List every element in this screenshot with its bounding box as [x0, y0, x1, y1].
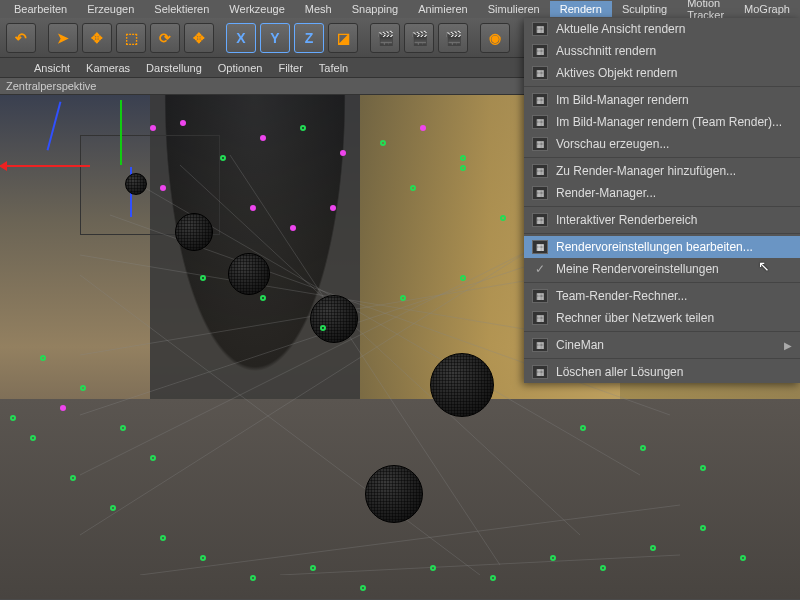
- tracker-point: [310, 565, 316, 571]
- tracker-point: [150, 125, 156, 131]
- dd-item-aktives-objekt-rendern[interactable]: ▦Aktives Objekt rendern: [524, 62, 800, 84]
- dd-item-vorschau-erzeugen-[interactable]: ▦Vorschau erzeugen...: [524, 133, 800, 155]
- dd-item-rendervoreinstellungen-bearbei[interactable]: ▦Rendervoreinstellungen bearbeiten...: [524, 236, 800, 258]
- menu-erzeugen[interactable]: Erzeugen: [77, 1, 144, 17]
- scale-tool[interactable]: ⬚: [116, 23, 146, 53]
- tracker-point: [260, 295, 266, 301]
- dd-item-meine-rendervoreinstellungen[interactable]: ✓Meine Rendervoreinstellungen: [524, 258, 800, 280]
- tracker-point: [400, 295, 406, 301]
- dd-item-zu-render-manager-hinzuf-gen-[interactable]: ▦Zu Render-Manager hinzufügen...: [524, 160, 800, 182]
- rotate-tool[interactable]: ⟳: [150, 23, 180, 53]
- dd-label: Ausschnitt rendern: [556, 44, 656, 58]
- tracker-point: [110, 505, 116, 511]
- render-icon: ▦: [532, 44, 548, 58]
- tracker-point: [340, 150, 346, 156]
- delete-icon: ▦: [532, 365, 548, 379]
- preview-icon: ▦: [532, 137, 548, 151]
- tracker-point: [70, 475, 76, 481]
- dd-label: CineMan: [556, 338, 604, 352]
- render-icon: ▦: [532, 164, 548, 178]
- menu-mesh[interactable]: Mesh: [295, 1, 342, 17]
- render-icon: ▦: [532, 66, 548, 80]
- dd-item-l-schen-aller-l-sungen[interactable]: ▦Löschen aller Lösungen: [524, 361, 800, 383]
- sphere-object[interactable]: [310, 295, 358, 343]
- dd-item-rechner-ber-netzwerk-teilen[interactable]: ▦Rechner über Netzwerk teilen: [524, 307, 800, 329]
- render-icon: ▦: [532, 93, 548, 107]
- tracker-point: [700, 525, 706, 531]
- tracker-point: [420, 125, 426, 131]
- tracker-point: [250, 575, 256, 581]
- axis-z-toggle[interactable]: Z: [294, 23, 324, 53]
- undo-button[interactable]: ↶: [6, 23, 36, 53]
- dd-item-aktuelle-ansicht-rendern[interactable]: ▦Aktuelle Ansicht rendern: [524, 18, 800, 40]
- menu-rendern[interactable]: Rendern: [550, 1, 612, 17]
- sphere-object[interactable]: [365, 465, 423, 523]
- axis-y-toggle[interactable]: Y: [260, 23, 290, 53]
- tracker-point: [490, 575, 496, 581]
- menu-simulieren[interactable]: Simulieren: [478, 1, 550, 17]
- dd-label: Aktuelle Ansicht rendern: [556, 22, 685, 36]
- view-menu-filter[interactable]: Filter: [278, 62, 302, 74]
- menu-snapping[interactable]: Snapping: [342, 1, 409, 17]
- render-pv-button[interactable]: 🎬: [404, 23, 434, 53]
- dd-label: Im Bild-Manager rendern (Team Render)...: [556, 115, 782, 129]
- svg-line-5: [80, 275, 480, 575]
- sphere-object[interactable]: [125, 173, 147, 195]
- dd-label: Rendervoreinstellungen bearbeiten...: [556, 240, 753, 254]
- sphere-object[interactable]: [228, 253, 270, 295]
- tracker-point: [200, 275, 206, 281]
- view-menu-kameras[interactable]: Kameras: [86, 62, 130, 74]
- tracker-point: [200, 555, 206, 561]
- tracker-point: [410, 185, 416, 191]
- menu-sculpting[interactable]: Sculpting: [612, 1, 677, 17]
- sphere-object[interactable]: [430, 353, 494, 417]
- tracker-point: [10, 415, 16, 421]
- render-icon: ▦: [532, 115, 548, 129]
- coord-system[interactable]: ◪: [328, 23, 358, 53]
- render-settings-button[interactable]: 🎬: [438, 23, 468, 53]
- sphere-object[interactable]: [175, 213, 213, 251]
- render-view-button[interactable]: 🎬: [370, 23, 400, 53]
- dd-item-im-bild-manager-rendern[interactable]: ▦Im Bild-Manager rendern: [524, 89, 800, 111]
- tracker-point: [600, 565, 606, 571]
- dd-item-im-bild-manager-rendern-team-r[interactable]: ▦Im Bild-Manager rendern (Team Render)..…: [524, 111, 800, 133]
- primitive-button[interactable]: ◉: [480, 23, 510, 53]
- dd-item-cineman[interactable]: ▦CineMan▶: [524, 334, 800, 356]
- select-tool[interactable]: ➤: [48, 23, 78, 53]
- view-menu-optionen[interactable]: Optionen: [218, 62, 263, 74]
- tracker-point: [30, 435, 36, 441]
- move-tool[interactable]: ✥: [82, 23, 112, 53]
- dd-label: Vorschau erzeugen...: [556, 137, 669, 151]
- tracker-point: [290, 225, 296, 231]
- menu-werkzeuge[interactable]: Werkzeuge: [219, 1, 294, 17]
- dd-label: Meine Rendervoreinstellungen: [556, 262, 719, 276]
- dd-label: Aktives Objekt rendern: [556, 66, 677, 80]
- dd-item-interaktiver-renderbereich[interactable]: ▦Interaktiver Renderbereich: [524, 209, 800, 231]
- dd-item-render-manager-[interactable]: ▦Render-Manager...: [524, 182, 800, 204]
- dd-item-team-render-rechner-[interactable]: ▦Team-Render-Rechner...: [524, 285, 800, 307]
- dd-item-ausschnitt-rendern[interactable]: ▦Ausschnitt rendern: [524, 40, 800, 62]
- tracker-point: [460, 275, 466, 281]
- tracker-point: [250, 205, 256, 211]
- tracker-point: [360, 585, 366, 591]
- dd-label: Löschen aller Lösungen: [556, 365, 683, 379]
- render-icon: ▦: [532, 22, 548, 36]
- tracker-point: [320, 325, 326, 331]
- menu-bearbeiten[interactable]: Bearbeiten: [4, 1, 77, 17]
- tracker-point: [430, 565, 436, 571]
- net-icon: ▦: [532, 289, 548, 303]
- last-tool[interactable]: ✥: [184, 23, 214, 53]
- tracker-point: [460, 165, 466, 171]
- tracker-point: [640, 445, 646, 451]
- tracker-point: [460, 155, 466, 161]
- tracker-point: [80, 385, 86, 391]
- view-menu-darstellung[interactable]: Darstellung: [146, 62, 202, 74]
- tracker-point: [180, 120, 186, 126]
- tracker-point: [150, 455, 156, 461]
- menu-mograph[interactable]: MoGraph: [734, 1, 800, 17]
- axis-x-toggle[interactable]: X: [226, 23, 256, 53]
- menu-animieren[interactable]: Animieren: [408, 1, 478, 17]
- menu-selektieren[interactable]: Selektieren: [144, 1, 219, 17]
- view-menu-ansicht[interactable]: Ansicht: [34, 62, 70, 74]
- view-menu-tafeln[interactable]: Tafeln: [319, 62, 348, 74]
